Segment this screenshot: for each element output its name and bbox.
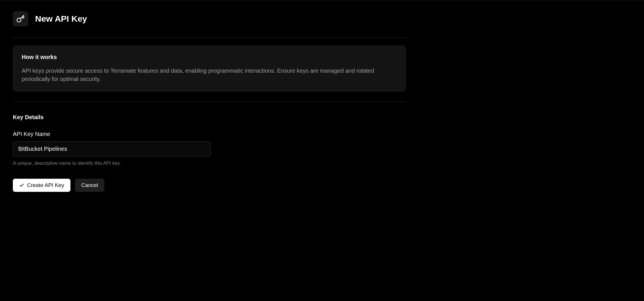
key-icon-box	[13, 11, 28, 27]
cancel-button-label: Cancel	[81, 182, 98, 188]
api-key-name-input[interactable]	[13, 141, 211, 156]
info-card-text: API keys provide secure access to Terram…	[22, 67, 397, 83]
api-key-name-field: API Key Name A unique, descriptive name …	[13, 131, 406, 166]
create-api-key-button[interactable]: Create API Key	[13, 179, 70, 192]
header-divider	[13, 37, 406, 38]
page-title: New API Key	[35, 14, 87, 24]
api-key-name-label: API Key Name	[13, 131, 406, 137]
key-icon	[16, 15, 25, 23]
key-details-title: Key Details	[13, 114, 406, 121]
button-row: Create API Key Cancel	[13, 179, 406, 192]
create-button-label: Create API Key	[27, 182, 64, 188]
info-card-title: How it works	[22, 54, 397, 60]
page-header: New API Key	[13, 11, 406, 27]
section-divider	[13, 102, 406, 102]
how-it-works-card: How it works API keys provide secure acc…	[13, 46, 406, 91]
api-key-name-hint: A unique, descriptive name to identify t…	[13, 160, 406, 166]
check-icon	[19, 183, 24, 188]
page-container: New API Key How it works API keys provid…	[0, 0, 419, 203]
cancel-button[interactable]: Cancel	[75, 179, 104, 192]
